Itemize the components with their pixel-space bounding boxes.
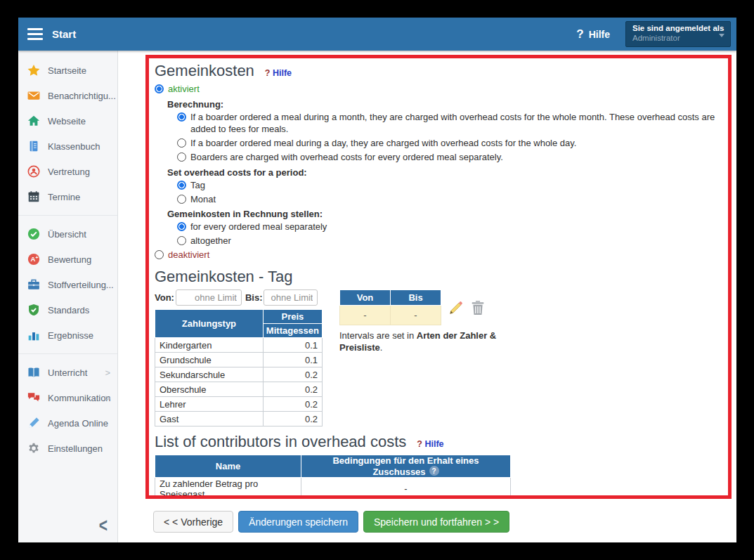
- book-icon: [27, 366, 40, 379]
- contributors-header-name: Name: [155, 455, 301, 478]
- interval-note: Intervals are set in Arten der Zahler & …: [339, 330, 502, 354]
- sidebar-item-unterricht[interactable]: Unterricht >: [18, 360, 117, 385]
- calc-label: Berechnung:: [167, 99, 722, 110]
- price-table-header-price: Preis: [263, 310, 322, 324]
- radio-option-tag[interactable]: Tag: [177, 180, 722, 192]
- radio-option-aktiviert[interactable]: aktiviert: [155, 84, 722, 96]
- previous-button[interactable]: < < Vorherige: [153, 511, 233, 533]
- table-row: Kindergarten0.1: [155, 338, 323, 353]
- table-row: - -: [340, 306, 441, 325]
- price-table-header-type: Zahlungstyp: [155, 310, 264, 338]
- interval-table: Von Bis - -: [339, 289, 441, 325]
- edit-pencil-icon[interactable]: [448, 299, 464, 316]
- contributors-table: Name Bedingungen für den Erhalt eines Zu…: [155, 455, 511, 499]
- help-link-top[interactable]: ? Hilfe: [576, 27, 610, 41]
- chevron-down-icon: [719, 34, 724, 40]
- table-row: Lehrer0.2: [155, 397, 323, 412]
- table-row: Grundschule0.1: [155, 353, 323, 367]
- radio-button[interactable]: [177, 181, 186, 190]
- mail-icon: [27, 89, 40, 102]
- shield-icon: [27, 304, 40, 316]
- radio-button[interactable]: [177, 236, 186, 245]
- radio-button[interactable]: [177, 195, 186, 204]
- radio-button[interactable]: [177, 152, 186, 162]
- section-title-contributors: List of contributors in overhead costs ?…: [155, 434, 722, 450]
- svg-text:A: A: [30, 255, 35, 263]
- save-and-continue-button[interactable]: Speichern und fortfahren > >: [363, 511, 509, 533]
- save-changes-button[interactable]: Änderungen speichern: [238, 511, 358, 533]
- question-mark-icon: ?: [576, 27, 583, 41]
- check-circle-icon: [27, 228, 40, 240]
- sidebar-item-klassenbuch[interactable]: Klassenbuch: [18, 134, 117, 159]
- home-icon: [27, 115, 40, 127]
- sidebar: Startseite Benachrichtigu... Webseite Kl…: [18, 51, 118, 542]
- radio-option-monat[interactable]: Monat: [177, 194, 722, 206]
- sidebar-item-uebersicht[interactable]: Übersicht: [18, 221, 117, 247]
- help-link-gemeinkosten[interactable]: ? Hilfe: [265, 69, 292, 79]
- pen-icon: [27, 417, 40, 429]
- radio-button[interactable]: [177, 222, 186, 231]
- radio-option-calc-month[interactable]: If a boarder ordered a meal during a mon…: [177, 112, 722, 136]
- radio-option-billing-separately[interactable]: for every ordered meal separately: [177, 221, 722, 233]
- page-title-start: Start: [52, 28, 76, 40]
- sidebar-item-kommunikation[interactable]: Kommunikation >: [18, 385, 117, 410]
- von-label: Von:: [155, 292, 174, 303]
- sidebar-item-agenda-online[interactable]: Agenda Online: [18, 410, 117, 436]
- sidebar-item-stoffverteilung[interactable]: Stoffverteilung...: [18, 272, 117, 297]
- von-limit-input[interactable]: [176, 289, 242, 306]
- radio-option-calc-day[interactable]: If a boarder ordered meal during a day, …: [177, 138, 722, 150]
- notebook-icon: [27, 140, 40, 152]
- radio-button[interactable]: [155, 250, 164, 259]
- sidebar-item-benachrichtigungen[interactable]: Benachrichtigu...: [18, 83, 117, 108]
- interval-header-bis: Bis: [391, 290, 441, 306]
- radio-button[interactable]: [177, 138, 186, 148]
- table-row: Oberschule0.2: [155, 382, 323, 397]
- question-mark-icon: ?: [265, 68, 271, 78]
- sidebar-item-standards[interactable]: Standards: [18, 297, 117, 323]
- logged-in-user-dropdown[interactable]: Sie sind angemeldet als Administrator: [625, 21, 731, 47]
- hamburger-menu-icon[interactable]: [27, 25, 43, 43]
- help-badge-icon[interactable]: ?: [429, 466, 439, 476]
- price-table-header-meal: Mittagessen: [263, 324, 322, 338]
- sidebar-item-termine[interactable]: Termine: [18, 184, 117, 209]
- top-navigation-bar: Start ? Hilfe Sie sind angemeldet als Ad…: [18, 18, 736, 51]
- sidebar-divider: [18, 353, 117, 354]
- price-table: Zahlungstyp Preis Mittagessen Kindergart…: [155, 309, 323, 426]
- sidebar-item-startseite[interactable]: Startseite: [18, 58, 117, 83]
- radio-button[interactable]: [177, 112, 186, 122]
- sidebar-collapse-button[interactable]: <: [99, 514, 108, 536]
- chevron-right-icon: >: [105, 393, 110, 403]
- table-row: Zu zahlender Betrag pro Speisegast -: [155, 477, 511, 499]
- section-title-gemeinkosten-tag: Gemeinkosten - Tag: [155, 268, 722, 285]
- calendar-icon: [27, 190, 40, 203]
- billing-label: Gemeinkosten in Rechnung stellen:: [167, 209, 722, 219]
- radio-option-deaktiviert[interactable]: deaktiviert: [155, 249, 722, 261]
- chat-icon: [27, 391, 40, 404]
- briefcase-icon: [27, 278, 40, 291]
- person-icon: [27, 165, 40, 178]
- sidebar-item-einstellungen[interactable]: Einstellungen: [18, 436, 117, 461]
- sidebar-item-vertretung[interactable]: Vertretung: [18, 159, 117, 184]
- gear-icon: [27, 442, 40, 455]
- bis-label: Bis:: [245, 292, 263, 303]
- star-icon: [27, 64, 40, 77]
- footer-button-bar: < < Vorherige Änderungen speichern Speic…: [153, 511, 509, 533]
- sidebar-item-ergebnisse[interactable]: Ergebnisse: [18, 323, 117, 348]
- bis-limit-input[interactable]: [264, 289, 318, 306]
- radio-option-billing-altogether[interactable]: altogether: [177, 235, 722, 247]
- delete-trash-icon[interactable]: [471, 300, 485, 315]
- help-link-contributors[interactable]: ? Hilfe: [417, 440, 443, 450]
- sidebar-item-webseite[interactable]: Webseite: [18, 108, 117, 134]
- user-role: Administrator: [632, 34, 724, 42]
- radio-button[interactable]: [155, 84, 164, 93]
- question-mark-icon: ?: [417, 439, 422, 449]
- contributors-header-conditions: Bedingungen für den Erhalt eines Zuschus…: [301, 455, 511, 478]
- radio-option-calc-separately[interactable]: Boarders are charged with overhead costs…: [177, 152, 722, 164]
- table-row: Sekundarschule0.2: [155, 367, 323, 382]
- table-row: Gast0.2: [155, 412, 323, 426]
- sidebar-divider: [18, 215, 117, 216]
- interval-header-von: Von: [340, 290, 391, 306]
- sidebar-item-bewertung[interactable]: A+ Bewertung: [18, 247, 117, 272]
- svg-text:+: +: [36, 255, 39, 260]
- logged-in-label: Sie sind angemeldet als: [632, 24, 724, 32]
